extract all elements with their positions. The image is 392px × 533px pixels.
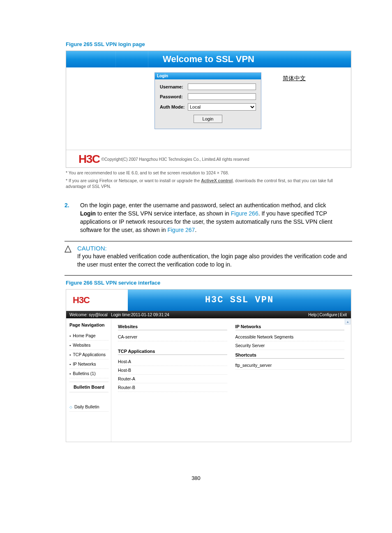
right-column: IP Networks Accessible Network Segments … (235, 322, 345, 438)
svc-body: ▴ Page Navigation Home Page Websites TCP… (66, 318, 351, 442)
ref-figure-266[interactable]: Figure 266 (231, 210, 258, 217)
list-item[interactable]: CA-server (118, 333, 227, 341)
step2-part2: to enter the SSL VPN service interface, … (96, 210, 231, 217)
nav-list: Home Page Websites TCP Applications IP N… (69, 331, 108, 378)
page-navigation: Page Navigation Home Page Websites TCP A… (66, 318, 111, 442)
svc-main: Websites CA-server TCP Applications Host… (111, 318, 351, 442)
login-btn-wrap: Login (160, 115, 256, 123)
websites-title: Websites (118, 324, 227, 330)
list-item[interactable]: Accessible Network Segments (235, 333, 345, 341)
nav-ip-networks[interactable]: IP Networks (69, 359, 108, 369)
nav-bulletins[interactable]: Bulletins (1) (69, 369, 108, 378)
username-label: Username: (160, 84, 188, 89)
svc-logo-area: H3C (66, 290, 128, 311)
login-button[interactable]: Login (194, 115, 222, 123)
note-line-1: * You are recommended to use IE 6.0, and… (66, 170, 351, 176)
tcp-apps-title: TCP Applications (118, 349, 227, 355)
login-banner: Welcome to SSL VPN (66, 51, 351, 67)
language-link[interactable]: 简体中文 (283, 75, 306, 82)
list-item[interactable]: ftp_security_server (235, 361, 345, 370)
shortcuts-title: Shortcuts (235, 352, 345, 359)
step2-part4: . (195, 227, 196, 233)
ip-networks-title: IP Networks (235, 324, 345, 330)
caution-icon: △ (65, 244, 71, 269)
nav-title: Page Navigation (69, 322, 108, 327)
login-body: 简体中文 Login Username: Password: Auth Mode… (66, 67, 351, 150)
bulletin-board-title: Bulletin Board (69, 382, 108, 392)
login-form: Username: Password: Auth Mode: Local Log… (155, 79, 261, 129)
bulletin-list: Daily Bulletin (69, 402, 108, 412)
row-authmode: Auth Mode: Local (160, 103, 256, 111)
copyright-text: ©Copyright(C) 2007 Hangzhou H3C Technolo… (101, 157, 249, 162)
username-input[interactable] (188, 83, 256, 90)
caution-block: △ CAUTION: If you have enabled verificat… (65, 244, 352, 269)
banner-title: Welcome to SSL VPN (163, 54, 254, 64)
configure-link[interactable]: Configure (318, 313, 338, 317)
figure265-caption: Figure 265 SSL VPN login page (66, 41, 353, 47)
activex-link[interactable]: ActiveX control (201, 178, 233, 183)
authmode-label: Auth Mode: (160, 104, 188, 109)
figure266-caption: Figure 266 SSL VPN service interface (66, 280, 353, 286)
login-box: Login Username: Password: Auth Mode: Loc… (154, 72, 261, 129)
note-line-2: * If you are using Firefox or Netscape, … (66, 178, 351, 189)
authmode-select[interactable]: Local (188, 103, 256, 111)
caution-bottom-rule (65, 275, 352, 276)
note2-part-a: * If you are using Firefox or Netscape, … (66, 178, 201, 183)
left-column: Websites CA-server TCP Applications Host… (118, 322, 227, 438)
login-footer: H3C ©Copyright(C) 2007 Hangzhou H3C Tech… (66, 150, 351, 167)
list-item[interactable]: Router-A (118, 375, 227, 383)
step2-part1: On the login page, enter the username an… (80, 202, 326, 209)
list-item[interactable]: Security Server (235, 341, 345, 350)
step-text: On the login page, enter the username an… (80, 201, 337, 234)
svc-app-title: H3C SSL VPN (205, 295, 274, 305)
help-link[interactable]: Help (307, 313, 318, 317)
login-screenshot: Welcome to SSL VPN 简体中文 Login Username: … (66, 51, 351, 168)
row-username: Username: (160, 83, 256, 90)
caution-text: CAUTION: If you have enabled verificatio… (77, 244, 352, 269)
h3c-logo: H3C (78, 153, 100, 166)
nav-home-page[interactable]: Home Page (69, 331, 108, 341)
login-time-text: Login time:2011-01-12 09:31:24 (111, 313, 169, 317)
password-label: Password: (160, 94, 188, 99)
password-input[interactable] (188, 93, 256, 100)
svc-title-bar: H3C SSL VPN (128, 290, 351, 311)
caution-body: If you have enabled verification code au… (77, 253, 347, 268)
list-item[interactable]: Host-B (118, 366, 227, 375)
nav-websites[interactable]: Websites (69, 341, 108, 350)
welcome-text: Welcome: syy@local (69, 313, 108, 317)
svc-status-bar: Welcome: syy@local Login time:2011-01-12… (66, 311, 351, 318)
step-2: 2. On the login page, enter the username… (39, 201, 353, 234)
login-box-title: Login (155, 73, 261, 79)
list-item[interactable]: Host-A (118, 357, 227, 366)
page-number: 380 (39, 475, 353, 481)
daily-bulletin[interactable]: Daily Bulletin (69, 402, 108, 412)
ref-figure-267[interactable]: Figure 267 (167, 227, 195, 233)
nav-tcp-applications[interactable]: TCP Applications (69, 350, 108, 359)
step-number: 2. (65, 201, 80, 234)
service-screenshot: H3C H3C SSL VPN Welcome: syy@local Login… (66, 289, 351, 442)
svc-header: H3C H3C SSL VPN (66, 290, 351, 311)
banner-accent (115, 51, 148, 67)
caution-title: CAUTION: (77, 245, 107, 252)
h3c-logo-small: H3C (73, 295, 90, 306)
list-item[interactable]: Router-B (118, 383, 227, 392)
exit-link[interactable]: Exit (339, 313, 348, 317)
row-password: Password: (160, 93, 256, 100)
scroll-up-icon[interactable]: ▴ (345, 319, 350, 324)
step2-login-word: Login (80, 210, 96, 217)
caution-top-rule (65, 241, 352, 241)
